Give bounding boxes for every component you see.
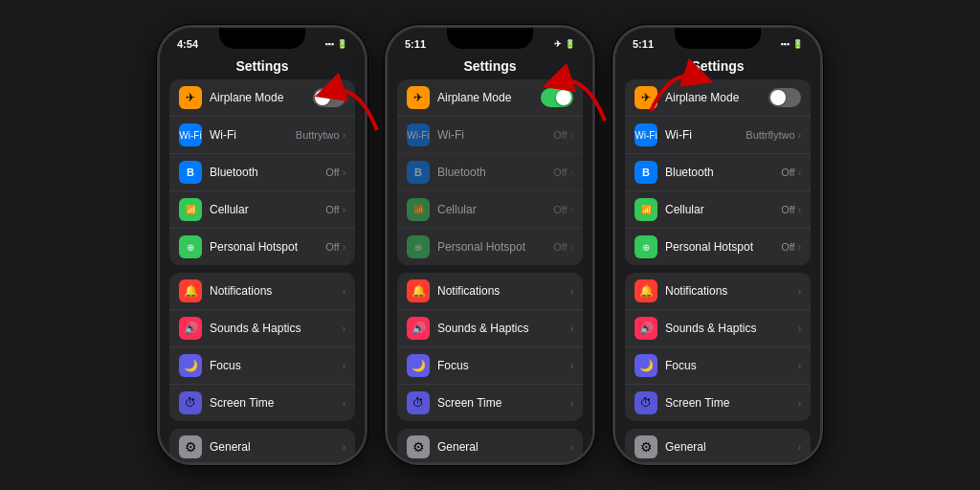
cellular-chevron-3: › (798, 205, 801, 215)
phone-2: 5:11 ✈ 🔋 Settings ✈ Airplane Mode Wi-Fi … (385, 25, 595, 465)
bluetooth-icon-1: B (179, 161, 202, 184)
focus-chevron-2: › (570, 361, 573, 371)
general-chevron-2: › (570, 442, 573, 453)
status-icons-1: ▪▪▪ 🔋 (324, 39, 347, 49)
status-icons-2: ✈ 🔋 (554, 39, 575, 49)
cellular-value-3: Off (781, 204, 794, 215)
wifi-label-3: Wi-Fi (665, 128, 746, 142)
row-hotspot-2[interactable]: ⊕ Personal Hotspot Off › (397, 229, 583, 265)
focus-label-2: Focus (437, 359, 570, 372)
row-bluetooth-1[interactable]: B Bluetooth Off › (169, 154, 355, 191)
airplane-icon-2: ✈ (407, 86, 430, 109)
bluetooth-chevron-3: › (798, 167, 801, 178)
row-bluetooth-2[interactable]: B Bluetooth Off › (397, 154, 583, 191)
bluetooth-chevron-2: › (570, 167, 573, 178)
sounds-label-3: Sounds & Haptics (665, 322, 798, 335)
hotspot-chevron-3: › (798, 242, 801, 253)
group-general-3: ⚙ General › ☰ Control Center › ☀ Display… (625, 429, 811, 462)
sounds-icon-1: 🔊 (179, 317, 202, 340)
signal-icon-1: ▪▪▪ (324, 39, 334, 49)
sounds-chevron-2: › (570, 323, 573, 334)
notifications-label-1: Notifications (210, 284, 343, 298)
focus-icon-1: 🌙 (179, 354, 202, 377)
general-label-3: General (665, 440, 798, 454)
row-focus-3[interactable]: 🌙 Focus › (625, 347, 811, 385)
cellular-chevron-1: › (343, 205, 345, 215)
wifi-value-2: Off (553, 129, 567, 141)
hotspot-label-3: Personal Hotspot (665, 240, 781, 254)
row-focus-1[interactable]: 🌙 Focus › (169, 347, 355, 385)
row-screentime-1[interactable]: ⏱ Screen Time › (169, 385, 355, 421)
bluetooth-label-2: Bluetooth (437, 166, 553, 179)
general-label-2: General (437, 440, 570, 454)
screentime-label-2: Screen Time (437, 396, 570, 410)
status-time-1: 4:54 (177, 38, 198, 50)
row-focus-2[interactable]: 🌙 Focus › (397, 347, 583, 385)
focus-icon-2: 🌙 (407, 354, 430, 377)
battery-icon-3: 🔋 (792, 39, 803, 49)
focus-icon-3: 🌙 (635, 354, 657, 377)
bluetooth-value-2: Off (553, 167, 567, 178)
sounds-label-1: Sounds & Haptics (210, 322, 343, 335)
notifications-chevron-2: › (570, 286, 573, 297)
row-screentime-2[interactable]: ⏱ Screen Time › (397, 385, 583, 421)
hotspot-label-2: Personal Hotspot (437, 240, 553, 254)
bluetooth-label-3: Bluetooth (665, 166, 781, 179)
row-general-2[interactable]: ⚙ General › (397, 429, 583, 462)
focus-label-1: Focus (210, 359, 343, 372)
general-label-1: General (210, 440, 343, 454)
hotspot-value-3: Off (781, 241, 794, 253)
screentime-label-1: Screen Time (210, 396, 343, 410)
wifi-label-1: Wi-Fi (210, 128, 296, 142)
row-notifications-3[interactable]: 🔔 Notifications › (625, 273, 811, 310)
hotspot-icon-3: ⊕ (635, 235, 657, 258)
row-hotspot-3[interactable]: ⊕ Personal Hotspot Off › (625, 229, 811, 265)
hotspot-chevron-2: › (570, 242, 573, 253)
row-hotspot-1[interactable]: ⊕ Personal Hotspot Off › (169, 229, 355, 265)
row-cellular-3[interactable]: 📶 Cellular Off › (625, 191, 811, 229)
group-notifications-3: 🔔 Notifications › 🔊 Sounds & Haptics › 🌙… (625, 273, 811, 421)
general-icon-2: ⚙ (407, 435, 430, 458)
screentime-chevron-2: › (570, 398, 573, 409)
bluetooth-value-1: Off (325, 167, 339, 178)
hotspot-chevron-1: › (343, 242, 345, 253)
row-screentime-3[interactable]: ⏱ Screen Time › (625, 385, 811, 421)
sounds-icon-3: 🔊 (635, 317, 657, 340)
row-sounds-3[interactable]: 🔊 Sounds & Haptics › (625, 310, 811, 347)
arrow-annotation-3 (641, 49, 718, 125)
battery-icon-2: 🔋 (565, 39, 575, 49)
general-chevron-3: › (798, 442, 801, 453)
row-cellular-1[interactable]: 📶 Cellular Off › (169, 191, 355, 229)
screentime-label-3: Screen Time (665, 396, 798, 410)
general-icon-3: ⚙ (635, 435, 657, 458)
bluetooth-icon-3: B (635, 161, 657, 184)
airplane-label-2: Airplane Mode (437, 91, 541, 104)
notch-1 (219, 28, 305, 49)
airplane-toggle-3[interactable] (768, 88, 801, 107)
cellular-chevron-2: › (570, 205, 573, 215)
cellular-label-3: Cellular (665, 203, 781, 216)
hotspot-value-2: Off (553, 241, 567, 253)
general-chevron-1: › (343, 442, 345, 453)
row-general-3[interactable]: ⚙ General › (625, 429, 811, 462)
wifi-icon-1: Wi-Fi (179, 123, 202, 146)
cellular-value-2: Off (553, 204, 567, 215)
row-cellular-2[interactable]: 📶 Cellular Off › (397, 191, 583, 229)
row-notifications-2[interactable]: 🔔 Notifications › (397, 273, 583, 310)
notifications-chevron-3: › (798, 286, 801, 297)
cellular-label-2: Cellular (437, 203, 553, 216)
group-notifications-2: 🔔 Notifications › 🔊 Sounds & Haptics › 🌙… (397, 273, 583, 421)
cellular-icon-1: 📶 (179, 198, 202, 221)
row-bluetooth-3[interactable]: B Bluetooth Off › (625, 154, 811, 191)
phone-1: 4:54 ▪▪▪ 🔋 Settings ✈ Airplane Mode Wi-F… (157, 25, 368, 465)
row-general-1[interactable]: ⚙ General › (169, 429, 355, 462)
screentime-icon-2: ⏱ (407, 391, 430, 414)
bluetooth-value-3: Off (781, 167, 794, 178)
arrow-annotation-2 (528, 54, 624, 130)
row-sounds-2[interactable]: 🔊 Sounds & Haptics › (397, 310, 583, 347)
row-notifications-1[interactable]: 🔔 Notifications › (169, 273, 355, 310)
hotspot-value-1: Off (325, 241, 339, 253)
row-sounds-1[interactable]: 🔊 Sounds & Haptics › (169, 310, 355, 347)
sounds-label-2: Sounds & Haptics (437, 322, 570, 335)
wifi-value-3: Buttrflytwo (746, 129, 794, 141)
